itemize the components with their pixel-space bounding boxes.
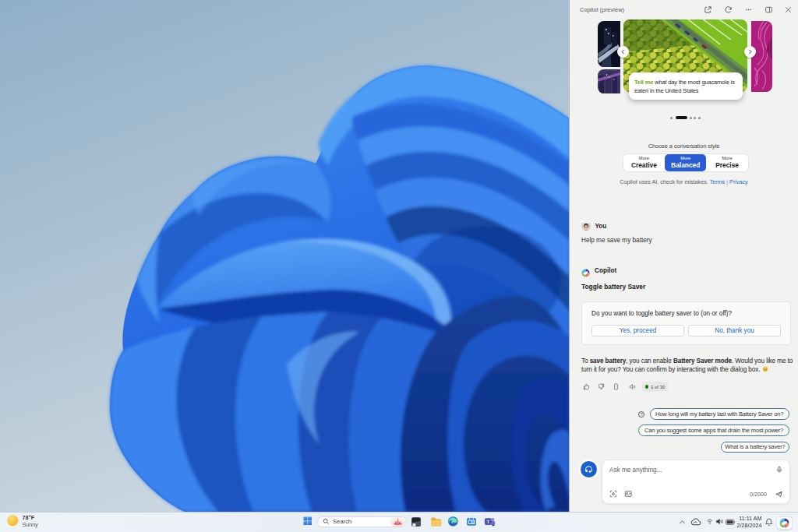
- svg-text:T: T: [487, 520, 490, 524]
